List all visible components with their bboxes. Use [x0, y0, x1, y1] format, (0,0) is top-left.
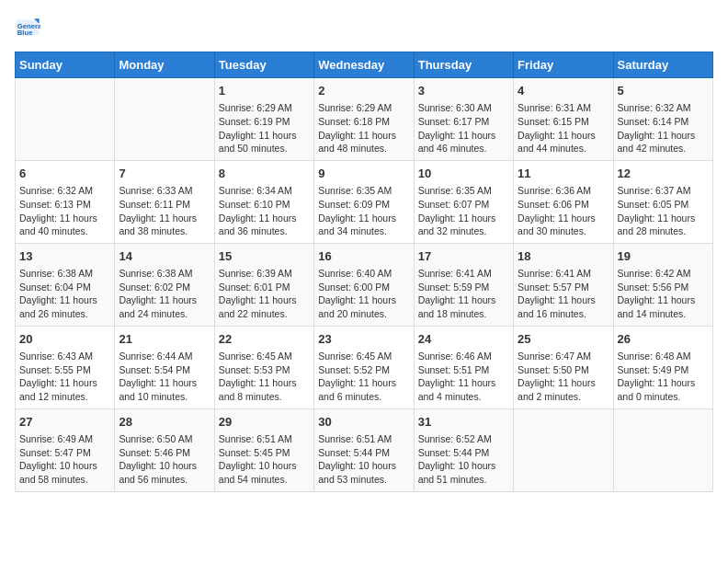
- day-info-line: Daylight: 11 hours and 20 minutes.: [318, 293, 409, 320]
- calendar-cell: 18Sunrise: 6:41 AMSunset: 5:57 PMDayligh…: [514, 243, 613, 326]
- day-number: 5: [618, 83, 709, 99]
- day-info-line: Sunrise: 6:51 AM: [219, 432, 310, 446]
- day-number: 8: [219, 166, 310, 182]
- day-info-line: Daylight: 11 hours and 44 minutes.: [518, 129, 609, 155]
- weekday-header-sunday: Sunday: [16, 52, 115, 78]
- day-info-line: Sunset: 5:57 PM: [518, 281, 609, 294]
- day-info-line: Daylight: 11 hours and 28 minutes.: [618, 212, 709, 238]
- calendar-cell: 15Sunrise: 6:39 AMSunset: 6:01 PMDayligh…: [214, 243, 313, 326]
- day-number: 2: [318, 83, 409, 99]
- day-info-line: Sunrise: 6:50 AM: [119, 432, 210, 446]
- day-info-line: Daylight: 11 hours and 4 minutes.: [418, 376, 509, 403]
- day-info-line: Sunset: 5:54 PM: [119, 363, 210, 377]
- weekday-header-thursday: Thursday: [414, 52, 513, 78]
- header: General Blue: [15, 15, 713, 40]
- calendar-cell: 31Sunrise: 6:52 AMSunset: 5:44 PMDayligh…: [414, 408, 513, 491]
- day-info-line: Daylight: 11 hours and 0 minutes.: [618, 376, 709, 403]
- day-number: 4: [518, 83, 609, 99]
- calendar-cell: 12Sunrise: 6:37 AMSunset: 6:05 PMDayligh…: [613, 160, 712, 243]
- calendar-cell: 9Sunrise: 6:35 AMSunset: 6:09 PMDaylight…: [314, 160, 414, 243]
- calendar-week-3: 13Sunrise: 6:38 AMSunset: 6:04 PMDayligh…: [16, 243, 713, 326]
- day-info-line: Sunset: 5:53 PM: [219, 363, 310, 377]
- day-info-line: Sunrise: 6:40 AM: [318, 267, 409, 281]
- svg-text:Blue: Blue: [17, 29, 33, 37]
- weekday-header-monday: Monday: [115, 52, 214, 78]
- day-number: 13: [19, 248, 110, 265]
- day-number: 16: [318, 248, 409, 265]
- day-info-line: Sunrise: 6:45 AM: [219, 350, 310, 363]
- day-info-line: Sunrise: 6:31 AM: [518, 101, 609, 115]
- calendar-cell: 14Sunrise: 6:38 AMSunset: 6:02 PMDayligh…: [115, 243, 214, 326]
- calendar-cell: 23Sunrise: 6:45 AMSunset: 5:52 PMDayligh…: [314, 326, 414, 408]
- day-number: 22: [219, 331, 310, 348]
- calendar-cell: 5Sunrise: 6:32 AMSunset: 6:14 PMDaylight…: [613, 78, 712, 161]
- calendar-week-4: 20Sunrise: 6:43 AMSunset: 5:55 PMDayligh…: [16, 326, 713, 408]
- day-info-line: Sunset: 5:44 PM: [318, 446, 409, 460]
- day-info-line: Sunrise: 6:29 AM: [318, 101, 409, 115]
- calendar-table: SundayMondayTuesdayWednesdayThursdayFrid…: [15, 52, 713, 492]
- day-info-line: Sunset: 6:15 PM: [518, 115, 609, 129]
- day-number: 28: [119, 414, 210, 431]
- calendar-cell: 11Sunrise: 6:36 AMSunset: 6:06 PMDayligh…: [514, 160, 613, 243]
- day-info-line: Sunset: 5:49 PM: [618, 363, 709, 377]
- day-number: 9: [318, 166, 409, 182]
- day-info-line: Sunset: 6:04 PM: [19, 281, 110, 294]
- day-info-line: Daylight: 11 hours and 16 minutes.: [518, 293, 609, 320]
- calendar-cell: 19Sunrise: 6:42 AMSunset: 5:56 PMDayligh…: [613, 243, 712, 326]
- day-info-line: Sunset: 6:11 PM: [119, 198, 210, 212]
- day-number: 18: [518, 248, 609, 265]
- day-info-line: Sunrise: 6:29 AM: [219, 101, 310, 115]
- day-info-line: Sunset: 5:51 PM: [418, 363, 509, 377]
- day-number: 1: [219, 83, 310, 99]
- day-info-line: Daylight: 11 hours and 10 minutes.: [119, 376, 210, 403]
- day-info-line: Sunset: 6:01 PM: [219, 281, 310, 294]
- day-info-line: Sunset: 5:59 PM: [418, 281, 509, 294]
- day-number: 10: [418, 166, 509, 182]
- day-info-line: Sunset: 5:56 PM: [618, 281, 709, 294]
- logo-icon: General Blue: [15, 15, 40, 40]
- day-info-line: Sunrise: 6:32 AM: [19, 184, 110, 198]
- day-number: 14: [119, 248, 210, 265]
- day-info-line: Sunrise: 6:37 AM: [618, 184, 709, 198]
- day-info-line: Daylight: 11 hours and 8 minutes.: [219, 376, 310, 403]
- day-info-line: Sunrise: 6:33 AM: [119, 184, 210, 198]
- calendar-cell: 25Sunrise: 6:47 AMSunset: 5:50 PMDayligh…: [514, 326, 613, 408]
- calendar-cell: 30Sunrise: 6:51 AMSunset: 5:44 PMDayligh…: [314, 408, 414, 491]
- calendar-cell: 6Sunrise: 6:32 AMSunset: 6:13 PMDaylight…: [16, 160, 115, 243]
- day-info-line: Daylight: 11 hours and 2 minutes.: [518, 376, 609, 403]
- calendar-cell: 17Sunrise: 6:41 AMSunset: 5:59 PMDayligh…: [414, 243, 513, 326]
- day-number: 11: [518, 166, 609, 182]
- day-number: 26: [618, 331, 709, 348]
- day-info-line: Sunset: 5:47 PM: [19, 446, 110, 460]
- calendar-cell: [115, 78, 214, 161]
- day-info-line: Sunrise: 6:45 AM: [318, 350, 409, 363]
- day-info-line: Daylight: 11 hours and 18 minutes.: [418, 293, 509, 320]
- day-number: 7: [119, 166, 210, 182]
- day-info-line: Daylight: 11 hours and 42 minutes.: [618, 129, 709, 155]
- calendar-cell: [613, 408, 712, 491]
- calendar-cell: 22Sunrise: 6:45 AMSunset: 5:53 PMDayligh…: [214, 326, 313, 408]
- day-info-line: Daylight: 11 hours and 50 minutes.: [219, 129, 310, 155]
- day-info-line: Sunset: 5:52 PM: [318, 363, 409, 377]
- calendar-cell: 24Sunrise: 6:46 AMSunset: 5:51 PMDayligh…: [414, 326, 513, 408]
- day-info-line: Sunrise: 6:36 AM: [518, 184, 609, 198]
- day-info-line: Sunrise: 6:52 AM: [418, 432, 509, 446]
- day-info-line: Sunset: 6:18 PM: [318, 115, 409, 129]
- calendar-cell: 10Sunrise: 6:35 AMSunset: 6:07 PMDayligh…: [414, 160, 513, 243]
- day-number: 24: [418, 331, 509, 348]
- day-info-line: Sunrise: 6:35 AM: [318, 184, 409, 198]
- calendar-cell: 1Sunrise: 6:29 AMSunset: 6:19 PMDaylight…: [214, 78, 313, 161]
- day-info-line: Sunrise: 6:34 AM: [219, 184, 310, 198]
- calendar-cell: 27Sunrise: 6:49 AMSunset: 5:47 PMDayligh…: [16, 408, 115, 491]
- day-info-line: Daylight: 11 hours and 6 minutes.: [318, 376, 409, 403]
- day-number: 29: [219, 414, 310, 431]
- day-info-line: Sunset: 5:50 PM: [518, 363, 609, 377]
- day-info-line: Sunset: 5:46 PM: [119, 446, 210, 460]
- day-info-line: Sunset: 6:05 PM: [618, 198, 709, 212]
- calendar-cell: [16, 78, 115, 161]
- day-info-line: Sunrise: 6:38 AM: [119, 267, 210, 281]
- day-number: 12: [618, 166, 709, 182]
- day-info-line: Daylight: 11 hours and 34 minutes.: [318, 212, 409, 238]
- weekday-header-wednesday: Wednesday: [314, 52, 414, 78]
- day-info-line: Sunrise: 6:38 AM: [19, 267, 110, 281]
